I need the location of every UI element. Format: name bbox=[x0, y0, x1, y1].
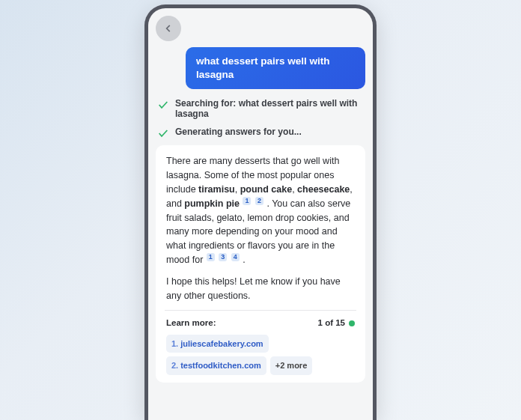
citation-2[interactable]: 2 bbox=[255, 197, 263, 205]
status-generating-text: Generating answers for you... bbox=[175, 127, 302, 137]
status-searching: Searching for: what dessert pairs well w… bbox=[156, 97, 365, 121]
source-chip-1[interactable]: 1.juliescafebakery.com bbox=[166, 335, 269, 353]
chat-screen: what dessert pairs well with lasagna Sea… bbox=[148, 8, 373, 420]
back-button[interactable] bbox=[156, 16, 181, 41]
learn-more-label: Learn more: bbox=[166, 317, 216, 329]
answer-paragraph-1: There are many desserts that go well wit… bbox=[166, 154, 355, 267]
phone-frame: what dessert pairs well with lasagna Sea… bbox=[144, 4, 377, 420]
divider bbox=[165, 310, 356, 311]
source-count: 1 of 15 bbox=[318, 317, 345, 329]
answer-card: There are many desserts that go well wit… bbox=[156, 145, 365, 382]
answer-paragraph-2: I hope this helps! Let me know if you ha… bbox=[166, 275, 355, 303]
check-icon bbox=[157, 127, 169, 139]
citation-4[interactable]: 4 bbox=[231, 253, 240, 261]
source-list: 1.juliescafebakery.com 2.testfoodkitchen… bbox=[166, 335, 355, 375]
source-chip-more[interactable]: +2 more bbox=[270, 356, 313, 375]
user-message-text: what dessert pairs well with lasagna bbox=[196, 55, 330, 80]
source-count-wrap: 1 of 15 bbox=[318, 317, 355, 329]
citation-1[interactable]: 1 bbox=[243, 197, 251, 205]
citation-3[interactable]: 3 bbox=[219, 253, 227, 261]
user-message-bubble: what dessert pairs well with lasagna bbox=[186, 47, 365, 89]
status-dot-icon bbox=[349, 320, 355, 326]
check-icon bbox=[157, 99, 169, 111]
citation-1b[interactable]: 1 bbox=[207, 253, 215, 261]
learn-more-header: Learn more: 1 of 15 bbox=[166, 317, 355, 329]
status-generating: Generating answers for you... bbox=[156, 125, 365, 141]
status-searching-text: Searching for: what dessert pairs well w… bbox=[175, 98, 364, 119]
source-chip-2[interactable]: 2.testfoodkitchen.com bbox=[166, 356, 266, 375]
chevron-left-icon bbox=[163, 23, 174, 34]
